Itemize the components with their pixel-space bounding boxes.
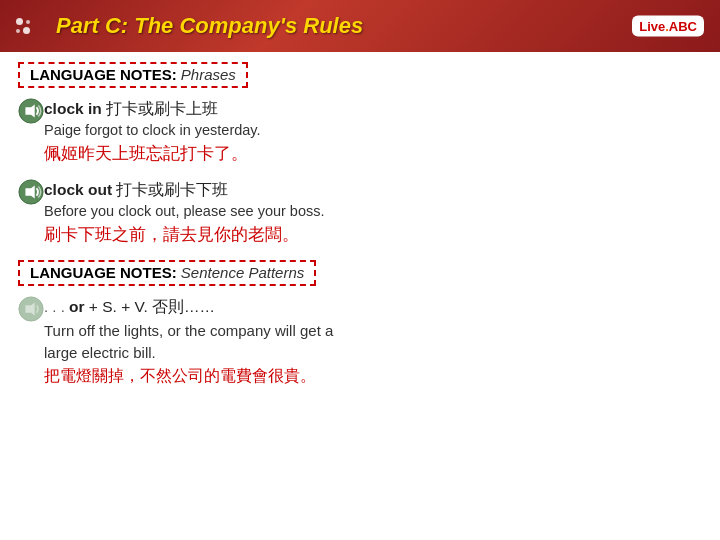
or-pattern-zh: 否則…… xyxy=(152,298,215,315)
or-pattern-content: . . . or + S. + V. 否則…… Turn off the lig… xyxy=(44,296,702,387)
clock-in-content: clock in 打卡或刷卡上班 Paige forgot to clock i… xyxy=(44,98,702,165)
clock-in-example-zh: 佩姬昨天上班忘記打卡了。 xyxy=(44,142,702,165)
clock-out-example-zh: 刷卡下班之前，請去見你的老闆。 xyxy=(44,223,702,246)
or-example-zh: 把電燈關掉，不然公司的電費會很貴。 xyxy=(44,365,702,387)
page-title: Part C: The Company's Rules xyxy=(56,13,363,39)
clock-in-term-line: clock in 打卡或刷卡上班 xyxy=(44,98,702,120)
dots-pattern: . . . xyxy=(44,298,69,315)
clock-in-section: clock in 打卡或刷卡上班 Paige forgot to clock i… xyxy=(18,98,702,165)
clock-out-chinese: 打卡或刷卡下班 xyxy=(116,181,228,198)
or-sv: + S. + V. xyxy=(85,298,153,315)
clock-out-section: clock out 打卡或刷卡下班 Before you clock out, … xyxy=(18,179,702,246)
clock-in-term: clock in xyxy=(44,100,102,117)
speaker-icon-1 xyxy=(18,98,44,124)
header-bar: Part C: The Company's Rules Live.ABC xyxy=(0,0,720,52)
or-pattern-section: . . . or + S. + V. 否則…… Turn off the lig… xyxy=(18,296,702,387)
clock-in-example-en: Paige forgot to clock in yesterday. xyxy=(44,120,702,140)
header-decoration xyxy=(16,18,30,34)
clock-out-example-en: Before you clock out, please see your bo… xyxy=(44,201,702,221)
speaker-icon-2 xyxy=(18,179,44,205)
or-pattern-line: . . . or + S. + V. 否則…… xyxy=(44,296,702,318)
speaker-icon-3 xyxy=(18,296,44,322)
language-notes-patterns-box: LANGUAGE NOTES: Sentence Patterns xyxy=(18,260,316,286)
language-notes-patterns-label: LANGUAGE NOTES: Sentence Patterns xyxy=(30,264,304,281)
language-notes-phrases-box: LANGUAGE NOTES: Phrases xyxy=(18,62,248,88)
clock-in-chinese: 打卡或刷卡上班 xyxy=(106,100,218,117)
clock-out-term-line: clock out 打卡或刷卡下班 xyxy=(44,179,702,201)
main-content: LANGUAGE NOTES: Phrases clock in 打卡或刷卡上班… xyxy=(0,52,720,409)
clock-out-content: clock out 打卡或刷卡下班 Before you clock out, … xyxy=(44,179,702,246)
logo-live-text: Live xyxy=(639,19,665,34)
language-notes-label: LANGUAGE NOTES: Phrases xyxy=(30,66,236,83)
or-example-en: Turn off the lights, or the company will… xyxy=(44,320,702,365)
clock-out-term: clock out xyxy=(44,181,112,198)
logo-abc-text: ABC xyxy=(669,19,697,34)
live-abc-logo: Live.ABC xyxy=(632,16,704,37)
